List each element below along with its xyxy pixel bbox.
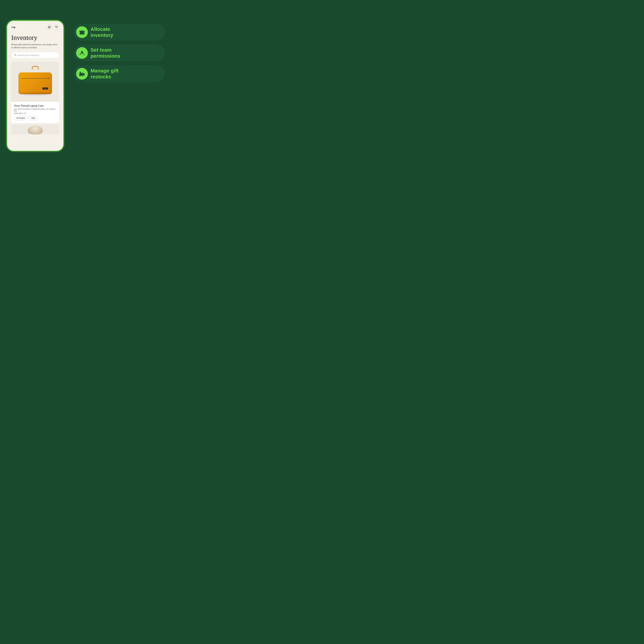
allocate-label: Allocateinventory [91,26,113,38]
forklift-icon [79,71,85,77]
product-available-label: AVAILABLE TO: [14,112,56,114]
product-meta-1: 150 UNITS ACROSS 2 WAREHOUSES • AO-AES03… [14,108,56,112]
permissions-label: Set teampermissions [91,47,120,59]
edit-tag[interactable]: Edit [29,116,38,120]
feature-pill-permissions[interactable]: Set teampermissions [74,45,165,61]
phone-frame: ∞o [7,20,64,151]
svg-rect-20 [83,75,85,76]
gift-box-icon [79,29,85,35]
header-actions [46,24,59,30]
product-card-1: TERRA Terra Thread Laptop Case 150 UNITS… [11,62,59,123]
product-tags-1: All Teams Edit [14,116,56,120]
page-subtitle: Browse gifts below by warehouse, and ass… [11,43,59,49]
svg-point-27 [82,75,82,76]
bag-illustration: TERRA [18,69,52,94]
person-icon [79,50,85,56]
product-image-2-partial [11,124,59,134]
search-icon [14,54,16,57]
svg-rect-0 [48,26,51,26]
all-teams-tag[interactable]: All Teams [14,116,28,120]
product-name-1: Terra Thread Laptop Case [14,104,56,107]
phone-wrapper: ∞o [7,20,64,151]
feature-pill-restocks[interactable]: Manage giftrestocks [74,65,165,82]
svg-rect-18 [79,73,83,75]
product-info-1: Terra Thread Laptop Case 150 UNITS ACROS… [11,102,59,123]
features-panel: Allocateinventory Set teampermissions [74,20,165,82]
search-bar[interactable]: Search your inventory... [11,52,59,58]
product-card-2-partial [11,124,59,134]
app-logo: ∞o [11,25,15,29]
restocks-label: Manage giftrestocks [91,68,119,80]
svg-rect-22 [83,73,85,75]
phone-header: ∞o [7,21,63,32]
permissions-icon-circle [76,47,88,59]
bag-handle [32,66,39,70]
restocks-icon-circle [76,68,88,80]
main-container: ∞o [7,20,165,151]
bowl-illustration [28,126,43,134]
feature-pill-allocate[interactable]: Allocateinventory [74,24,165,41]
bag-body [18,72,52,94]
search-placeholder-text: Search your inventory... [18,54,41,56]
bag-shadow [22,93,49,95]
svg-rect-21 [82,72,83,75]
svg-point-4 [57,28,57,28]
phone-content: Inventory Browse gifts below by warehous… [7,32,63,151]
bag-brand-label: TERRA [42,87,48,90]
bag-zipper [21,78,49,79]
svg-point-17 [81,51,83,53]
svg-rect-2 [48,28,51,28]
svg-rect-1 [48,27,51,27]
product-image-1: TERRA [11,62,59,102]
menu-button[interactable] [46,24,52,30]
svg-point-26 [80,75,80,76]
cart-button[interactable] [53,24,59,30]
page-title: Inventory [11,34,59,41]
allocate-icon-circle [76,26,88,38]
svg-point-23 [80,72,81,73]
svg-point-3 [56,28,56,28]
